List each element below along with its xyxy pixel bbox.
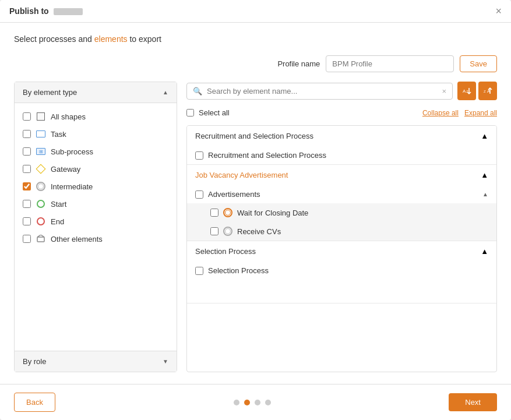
start-icon (36, 199, 46, 209)
tree-section-header[interactable]: Selection Process ▲ (187, 241, 496, 262)
list-item: Start (15, 195, 177, 213)
search-icon: 🔍 (193, 87, 202, 96)
tree-section: Job Vacancy Advertisement ▲ Advertisemen… (187, 165, 496, 241)
list-item: Other elements (15, 230, 177, 248)
tree-section: Recruitment and Selection Process ▲ Recr… (187, 126, 496, 165)
tree-item-label: Advertisements (208, 190, 260, 199)
list-item: ⊞ Sub-process (15, 143, 177, 160)
collapse-icon: ▲ (481, 171, 488, 179)
wait-closing-checkbox[interactable] (210, 209, 219, 217)
tree-container: Recruitment and Selection Process ▲ Recr… (186, 125, 497, 372)
receive-cvs-checkbox[interactable] (210, 227, 219, 235)
allshapes-icon (36, 111, 46, 122)
dot-2 (244, 400, 250, 405)
end-icon (36, 216, 46, 227)
sort-za-button[interactable]: Z A (478, 82, 497, 100)
by-role-section[interactable]: By role ▼ (15, 351, 177, 372)
section-title: Job Vacancy Advertisement (195, 171, 288, 179)
next-button[interactable]: Next (449, 393, 497, 411)
allshapes-checkbox[interactable] (23, 112, 31, 121)
sort-az-button[interactable]: A Z (457, 82, 476, 100)
svg-text:Z: Z (484, 90, 486, 93)
other-checkbox[interactable] (23, 235, 31, 243)
filter-title: By element type (23, 88, 77, 97)
task-icon (36, 129, 46, 139)
collapse-icon: ▲ (481, 132, 488, 140)
subtitle: Select processes and elements to export (14, 34, 497, 44)
advertisements-checkbox[interactable] (195, 190, 203, 199)
intermediate-icon (223, 208, 232, 217)
selection-item-checkbox[interactable] (195, 267, 203, 275)
list-item: Intermediate (15, 178, 177, 195)
list-item: All shapes (15, 108, 177, 125)
search-input[interactable] (207, 87, 437, 96)
intermediate-outline-icon (223, 227, 232, 236)
save-button[interactable]: Save (460, 55, 497, 72)
dot-3 (255, 400, 260, 405)
search-row: 🔍 × A Z (186, 82, 497, 100)
section-title: Selection Process (195, 247, 256, 256)
modal-footer: Back Next (0, 384, 511, 420)
intermediate-icon (36, 181, 46, 192)
select-all-label: Select all (199, 108, 230, 117)
list-item: End (15, 213, 177, 230)
tree-section: Selection Process ▲ Selection Process (187, 241, 496, 303)
end-checkbox[interactable] (23, 217, 31, 225)
select-all-left: Select all (186, 108, 230, 117)
tree-item-label: Wait for Closing Date (237, 209, 308, 217)
recruitment-item-checkbox[interactable] (195, 151, 203, 160)
task-checkbox[interactable] (23, 130, 31, 138)
subprocess-checkbox[interactable] (23, 147, 31, 156)
by-role-label: By role (23, 357, 46, 366)
profile-row: Profile name Save (14, 55, 497, 72)
right-panel: 🔍 × A Z (186, 82, 497, 372)
profile-label: Profile name (277, 59, 320, 68)
left-panel: By element type ▲ All shapes (14, 82, 177, 372)
list-item: Gateway (15, 160, 177, 178)
list-item: Task (15, 125, 177, 143)
tree-item-label: Recruitment and Selection Process (208, 151, 326, 160)
sort-buttons: A Z Z A (457, 82, 497, 100)
element-label: Gateway (51, 165, 80, 174)
chevron-down-icon: ▼ (163, 358, 168, 365)
intermediate-checkbox[interactable] (23, 182, 31, 190)
tree-section-header[interactable]: Recruitment and Selection Process ▲ (187, 126, 496, 146)
modal-title-text: Publish to (9, 6, 49, 16)
collapse-icon: ▲ (481, 247, 488, 256)
select-all-checkbox[interactable] (186, 109, 194, 117)
modal-body: Select processes and elements to export … (0, 23, 511, 384)
sub-collapse-icon: ▲ (482, 191, 488, 197)
tree-section-header[interactable]: Job Vacancy Advertisement ▲ (187, 165, 496, 185)
tree-item-label: Receive CVs (237, 227, 281, 236)
close-button[interactable]: × (495, 6, 502, 16)
dot-1 (234, 400, 239, 405)
gateway-icon (36, 164, 46, 174)
tree-item: Wait for Closing Date (187, 203, 496, 222)
dot-4 (265, 400, 271, 405)
element-label: Intermediate (51, 182, 93, 191)
subprocess-icon: ⊞ (36, 146, 46, 157)
element-label: End (51, 217, 64, 226)
modal-title-redacted (54, 8, 83, 15)
select-all-row: Select all Collapse all Expand all (186, 106, 497, 119)
element-label: Other elements (51, 235, 103, 243)
gateway-checkbox[interactable] (23, 165, 31, 173)
modal-header: Publish to × (0, 0, 511, 23)
tree-item: Advertisements ▲ (187, 185, 496, 203)
search-box: 🔍 × (186, 83, 453, 100)
element-label: All shapes (51, 112, 86, 121)
expand-all-button[interactable]: Expand all (464, 109, 497, 117)
back-button[interactable]: Back (14, 393, 55, 412)
collapse-all-button[interactable]: Collapse all (422, 109, 459, 117)
tree-item: Recruitment and Selection Process (187, 146, 496, 164)
section-title: Recruitment and Selection Process (195, 132, 313, 140)
pagination-dots (234, 400, 271, 405)
start-checkbox[interactable] (23, 200, 31, 208)
profile-input[interactable] (326, 55, 454, 72)
clear-search-icon[interactable]: × (442, 87, 446, 96)
tree-item-label: Selection Process (208, 266, 269, 275)
publish-modal: Publish to × Select processes and elemen… (0, 0, 511, 420)
svg-rect-0 (37, 237, 44, 242)
element-label: Start (51, 200, 66, 209)
filter-header: By element type ▲ (15, 82, 177, 103)
